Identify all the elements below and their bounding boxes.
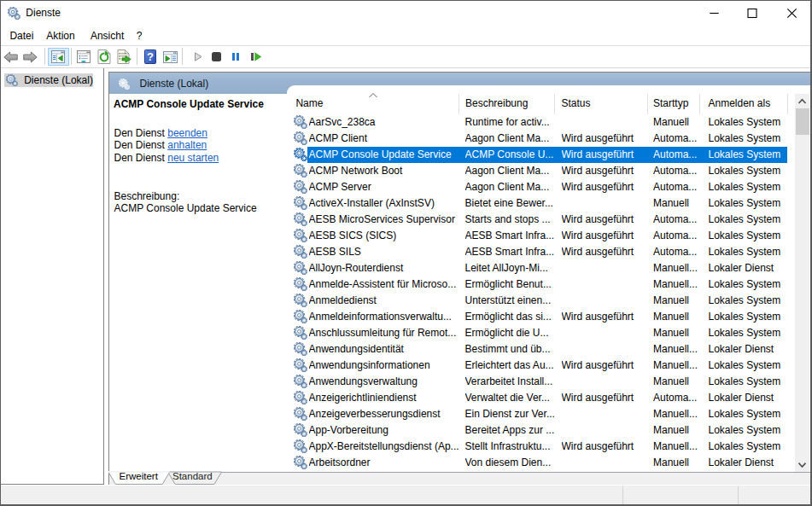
svg-text:?: ?: [147, 50, 154, 63]
